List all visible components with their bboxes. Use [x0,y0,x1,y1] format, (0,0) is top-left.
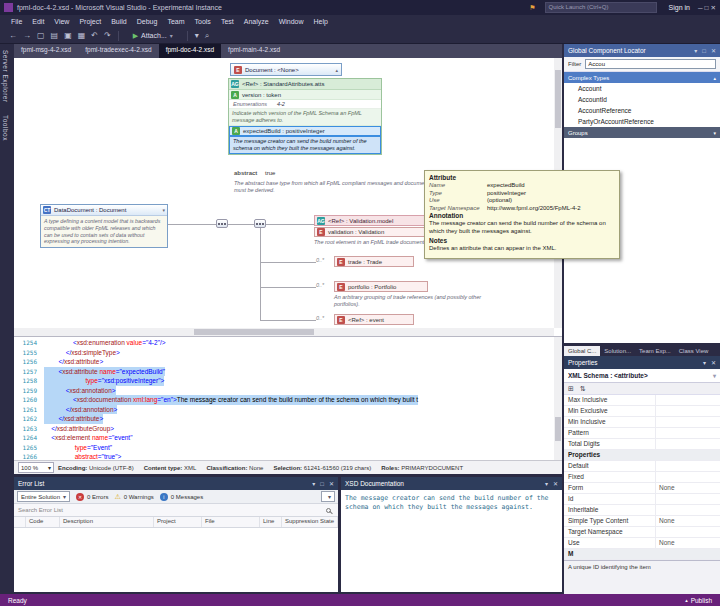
panel-tab[interactable]: Team Exp... [635,346,675,356]
menu-debug[interactable]: Debug [132,18,163,25]
error-column-header[interactable]: Project [154,517,202,527]
code-line[interactable]: 1254 <xsd:enumeration value="4-2"/> [14,338,552,348]
menu-project[interactable]: Project [74,18,106,25]
property-value[interactable] [656,395,720,405]
property-value[interactable] [656,428,720,438]
property-row[interactable]: Simple Type ContentNone [564,516,720,527]
new-file-icon[interactable]: ▢ [37,31,45,40]
categorized-icon[interactable]: ⊞ [568,385,574,393]
attach-button[interactable]: ▶ Attach... ▾ [129,31,177,41]
property-object-dropdown[interactable]: XML Schema : <attribute> ▾ [564,369,720,383]
error-column-header[interactable]: Suppression State [282,517,338,527]
scrollbar-thumb[interactable] [555,70,561,128]
validation-element[interactable]: E validation : Validation [314,227,436,237]
tree-section-complex-types[interactable]: Complex Types▴ [564,72,720,83]
property-row[interactable]: Default [564,461,720,472]
sequence-connector-icon[interactable] [254,219,266,228]
error-column-header[interactable]: Line [260,517,282,527]
tree-item[interactable]: AccountReference [564,105,720,116]
error-column-header[interactable]: Description [60,517,154,527]
property-row[interactable]: Inheritable [564,505,720,516]
alphabetical-icon[interactable]: ⇅ [580,385,586,393]
xml-editor[interactable]: 1254 <xsd:enumeration value="4-2"/>1255 … [14,336,562,460]
property-row[interactable]: Min Exclusive [564,406,720,417]
code-line[interactable]: 1260 <xsd:documentation xml:lang="en">Th… [14,395,552,405]
open-file-icon[interactable]: ▤ [51,31,59,40]
code-line[interactable]: 1264 <xsd:element name="event" [14,433,552,443]
menu-window[interactable]: Window [274,18,309,25]
property-value[interactable] [656,505,720,515]
element-trade[interactable]: E trade : Trade [334,256,414,267]
property-value[interactable]: None [656,538,720,548]
code-line[interactable]: 1258 type="xsd:positiveInteger"> [14,376,552,386]
attribute-version[interactable]: A version : token [229,90,381,100]
error-list-header[interactable]: Error List ▾□✕ [14,477,338,490]
error-list-body[interactable] [14,528,338,592]
menu-edit[interactable]: Edit [27,18,49,25]
property-value[interactable] [656,527,720,537]
title-bar[interactable]: fpml-doc-4-2.xsd - Microsoft Visual Stud… [0,0,720,15]
validation-model-ref[interactable]: AG <Ref> : Validation.model [314,215,436,226]
doc-tab[interactable]: fpml-doc-4-2.xsd [159,44,221,58]
chevron-down-icon[interactable]: ▾ [158,207,165,213]
close-icon[interactable]: ✕ [711,48,716,54]
menu-analyze[interactable]: Analyze [239,18,274,25]
menu-team[interactable]: Team [162,18,189,25]
error-column-header[interactable]: File [202,517,260,527]
tool-tab-toolbox[interactable]: Toolbox [0,109,11,147]
datadocument-node[interactable]: CT DataDocument : Document ▾ A type defi… [40,204,168,248]
redo-icon[interactable]: ↷ [104,31,111,40]
maximize-button[interactable]: □ [705,4,709,11]
property-row[interactable]: UseNone [564,538,720,549]
zoom-control[interactable]: 100 % ▾ [18,462,54,473]
menu-view[interactable]: View [49,18,74,25]
code-line[interactable]: 1255 </xsd:simpleType> [14,348,552,358]
code-line[interactable]: 1266 abstract="true"> [14,452,552,460]
warnings-filter-button[interactable]: ⚠ 0 Warnings [114,493,153,501]
back-icon[interactable]: ← [9,31,17,40]
menu-build[interactable]: Build [106,18,132,25]
window-position-icon[interactable]: ▾ [703,360,706,366]
designer-document-node[interactable]: E Document : <None> ▴ [230,63,342,76]
element-portfolio[interactable]: E portfolio : Portfolio [334,281,428,292]
attribute-group-ref[interactable]: AG <Ref> : StandardAttributes.atts [229,79,381,90]
property-row[interactable]: Id [564,494,720,505]
find-icon[interactable]: ⌕ [205,31,209,40]
doc-tab[interactable]: fpml-tradeexec-4-2.xsd [78,44,158,58]
element-event-ref[interactable]: E <Ref> : event [334,314,414,325]
maximize-icon[interactable]: □ [320,481,324,487]
scrollbar-thumb[interactable] [194,329,314,335]
close-icon[interactable]: ✕ [553,481,558,487]
minimize-button[interactable]: ─ [698,4,703,11]
code-line[interactable]: 1263 </xsd:attributeGroup> [14,424,552,434]
filter-input[interactable]: Accou [585,59,716,69]
close-button[interactable]: ✕ [711,4,716,11]
code-line[interactable]: 1262 </xsd:attribute> [14,414,552,424]
panel-tab[interactable]: Global C... [564,346,600,356]
panel-tab[interactable]: Class View [675,346,713,356]
errorlist-filter-dropdown[interactable]: ▾ [321,491,335,502]
property-row[interactable]: FormNone [564,483,720,494]
doc-tab[interactable]: fpml-main-4-2.xsd [221,44,287,58]
chevron-up-icon[interactable]: ▴ [331,67,338,73]
menu-help[interactable]: Help [309,18,333,25]
property-row[interactable]: Max Inclusive [564,395,720,406]
doc-tab[interactable]: fpml-msg-4-2.xsd [14,44,78,58]
error-search-box[interactable]: Search Error List [14,504,338,517]
quick-launch-input[interactable]: Quick Launch (Ctrl+Q) [545,2,657,13]
tree-item[interactable]: Account [564,83,720,94]
publish-button[interactable]: ▴ Publish [685,597,712,604]
save-icon[interactable]: ▣ [64,31,72,40]
sign-in-link[interactable]: Sign in [669,4,690,11]
tool-tab-server-explorer[interactable]: Server Explorer [0,44,11,109]
attribute-expectedbuild[interactable]: A expectedBuild : positiveInteger [229,126,381,136]
error-column-header[interactable]: Code [26,517,60,527]
collapse-icon[interactable]: ▴ [713,75,716,81]
maximize-icon[interactable]: □ [702,48,706,54]
tree-section-groups[interactable]: Groups▾ [564,127,720,138]
tree-item[interactable]: PartyOrAccountReference [564,116,720,127]
property-value[interactable]: None [656,516,720,526]
editor-vertical-scrollbar[interactable] [554,337,562,460]
property-value[interactable] [656,439,720,449]
code-line[interactable]: 1261 </xsd:annotation> [14,405,552,415]
